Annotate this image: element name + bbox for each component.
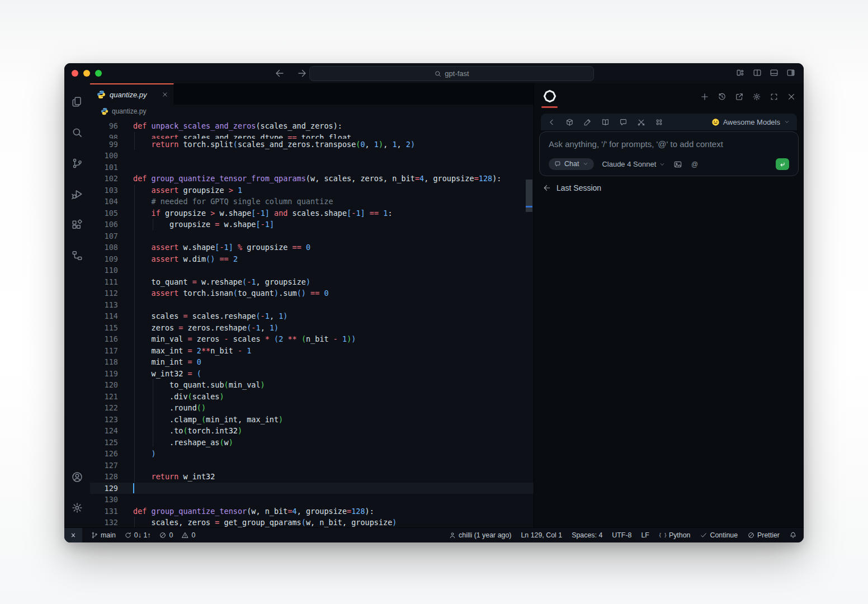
code-line[interactable]: 101: [90, 162, 534, 173]
panel-history-button[interactable]: [718, 92, 727, 101]
code-line[interactable]: 125 .reshape_as(w): [90, 437, 534, 449]
zoom-window-button[interactable]: [95, 70, 102, 77]
code-line[interactable]: 107: [90, 230, 534, 242]
minimize-window-button[interactable]: [83, 70, 90, 77]
code-line[interactable]: 106 groupsize = w.shape[-1]: [90, 219, 534, 230]
code-line[interactable]: 105 if groupsize > w.shape[-1] and scale…: [90, 207, 534, 219]
code-line[interactable]: 119 w_int32 = (: [90, 368, 534, 380]
split-editor-icon[interactable]: [752, 68, 762, 78]
activity-source-control[interactable]: [64, 148, 90, 178]
status-language[interactable]: { }Python: [659, 531, 691, 539]
send-button[interactable]: [776, 158, 789, 170]
tab-close-icon[interactable]: [161, 91, 169, 98]
status-notifications[interactable]: [789, 531, 797, 539]
status-errors[interactable]: 0: [159, 531, 173, 539]
navigate-back-button[interactable]: [274, 68, 285, 79]
workbench: quantize.py quantize.py 96def unpack_sca…: [64, 83, 804, 527]
activity-hierarchy[interactable]: [64, 240, 90, 271]
code-line[interactable]: 128 return w_int32: [90, 471, 534, 483]
status-blame[interactable]: chilli (1 year ago): [449, 531, 511, 539]
code-line[interactable]: 103 assert groupsize > 1: [90, 185, 534, 196]
code-editor[interactable]: 96def unpack_scales_and_zeros(scales_and…: [90, 118, 534, 527]
close-window-button[interactable]: [72, 70, 78, 77]
toolbar-chevron-left-button[interactable]: [548, 118, 556, 126]
status-branch[interactable]: main: [91, 531, 116, 539]
panel-plus-button[interactable]: [700, 92, 709, 101]
code-text: if groupsize > w.shape[-1] and scales.sh…: [118, 207, 393, 219]
status-continue[interactable]: Continue: [700, 531, 738, 539]
customize-layout-icon[interactable]: [735, 68, 746, 78]
code-line[interactable]: 126 ): [90, 448, 534, 460]
code-text: [118, 230, 133, 242]
code-line[interactable]: 114 scales = scales.reshape(-1, 1): [90, 310, 534, 322]
model-collection-button[interactable]: Awesome Models: [711, 118, 790, 126]
activity-extensions[interactable]: [64, 209, 90, 240]
status-cursor-position[interactable]: Ln 129, Col 1: [521, 531, 562, 539]
code-line[interactable]: 129: [90, 483, 534, 494]
code-line[interactable]: 120 to_quant.sub(min_val): [90, 379, 534, 391]
code-line[interactable]: 127: [90, 460, 534, 471]
code-line[interactable]: 118 min_int = 0: [90, 356, 534, 368]
code-line[interactable]: 110: [90, 265, 534, 276]
code-line[interactable]: 100: [90, 150, 534, 162]
code-line[interactable]: 123 .clamp_(min_int, max_int): [90, 414, 534, 426]
code-line[interactable]: 111 to_quant = w.reshape(-1, groupsize): [90, 276, 534, 288]
line-number: 116: [90, 333, 118, 345]
navigate-forward-button[interactable]: [296, 68, 308, 79]
code-line[interactable]: 124 .to(torch.int32): [90, 425, 534, 437]
activity-account[interactable]: [64, 461, 90, 492]
activity-files[interactable]: [64, 86, 90, 117]
toolbar-book-button[interactable]: [601, 118, 610, 126]
toggle-panel-icon[interactable]: [769, 68, 779, 78]
activity-debug[interactable]: [64, 178, 90, 209]
last-session-link[interactable]: Last Session: [542, 183, 804, 192]
code-line[interactable]: 109 assert w.dim() == 2: [90, 253, 534, 265]
model-selector[interactable]: Claude 4 Sonnet: [602, 160, 666, 168]
code-line[interactable]: 108 assert w.shape[-1] % groupsize == 0: [90, 242, 534, 253]
layout-controls: [735, 68, 796, 78]
status-sync[interactable]: 0↓ 1↑: [124, 531, 151, 539]
add-context-at-icon[interactable]: @: [690, 160, 699, 169]
attach-image-icon[interactable]: [673, 160, 682, 169]
toolbar-comment-button[interactable]: [619, 118, 628, 126]
toolbar-tools-button[interactable]: [637, 118, 645, 126]
panel-gear-button[interactable]: [752, 92, 761, 101]
status-indentation[interactable]: Spaces: 4: [572, 531, 602, 539]
activity-settings[interactable]: [64, 492, 90, 523]
code-line[interactable]: 131def group_quantize_tensor(w, n_bit=4,…: [90, 506, 534, 517]
command-center-search[interactable]: gpt-fast: [309, 66, 594, 81]
code-line[interactable]: 132 scales, zeros = get_group_qparams(w,…: [90, 517, 534, 527]
panel-expand-button[interactable]: [770, 92, 779, 101]
toolbar-cube-button[interactable]: [565, 118, 574, 126]
status-remote[interactable]: [64, 528, 82, 542]
code-line[interactable]: 130: [90, 494, 534, 506]
mode-selector[interactable]: Chat: [549, 158, 594, 170]
code-line[interactable]: 113: [90, 299, 534, 311]
code-line[interactable]: 98 assert scales_and_zeros.dtype == torc…: [90, 132, 534, 139]
code-line[interactable]: 115 zeros = zeros.reshape(-1, 1): [90, 322, 534, 334]
continue-logo-icon[interactable]: [543, 89, 556, 103]
code-line[interactable]: 96def unpack_scales_and_zeros(scales_and…: [90, 120, 534, 132]
code-line[interactable]: 116 min_val = zeros - scales * (2 ** (n_…: [90, 333, 534, 345]
toolbar-grid-button[interactable]: [655, 118, 663, 126]
code-line[interactable]: 121 .div(scales): [90, 391, 534, 403]
code-line[interactable]: 99 return torch.split(scales_and_zeros.t…: [90, 139, 534, 150]
status-eol[interactable]: LF: [641, 531, 649, 539]
editor-scrollbar[interactable]: [526, 180, 532, 212]
status-warnings[interactable]: 0: [181, 531, 195, 539]
breadcrumb[interactable]: quantize.py: [90, 105, 534, 118]
tab-quantize-py[interactable]: quantize.py: [90, 83, 174, 105]
status-encoding[interactable]: UTF-8: [612, 531, 631, 539]
toggle-secondary-sidebar-icon[interactable]: [786, 68, 796, 78]
code-line[interactable]: 122 .round(): [90, 402, 534, 414]
status-prettier[interactable]: Prettier: [747, 531, 780, 539]
panel-close-button[interactable]: [787, 92, 796, 101]
code-line[interactable]: 117 max_int = 2**n_bit - 1: [90, 345, 534, 357]
toolbar-pencil-button[interactable]: [583, 118, 592, 126]
code-line[interactable]: 112 assert torch.isnan(to_quant).sum() =…: [90, 287, 534, 299]
code-line[interactable]: 102def group_quantize_tensor_from_qparam…: [90, 173, 534, 185]
chat-input-box[interactable]: Ask anything, '/' for prompts, '@' to ad…: [539, 131, 799, 176]
activity-search[interactable]: [64, 117, 90, 148]
code-line[interactable]: 104 # needed for GPTQ single column quan…: [90, 196, 534, 207]
panel-external-button[interactable]: [735, 92, 744, 101]
